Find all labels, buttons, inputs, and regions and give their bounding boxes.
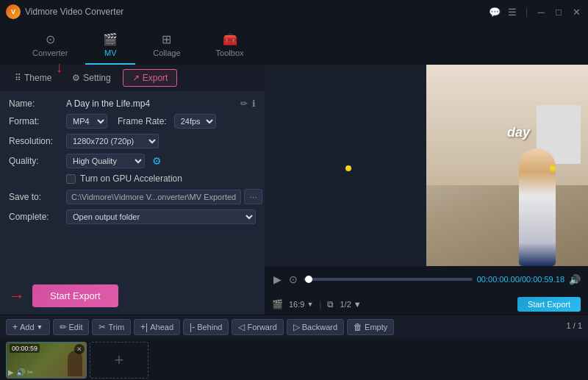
video-icon: 🎬: [272, 299, 283, 309]
resolution-row: Resolution: 1280x720 (720p) 1920x1080 (1…: [9, 134, 256, 148]
timeline-clips: 00:00:59 ✕ ▶ 🔊 ✂ +: [0, 339, 588, 380]
format-label: Format:: [9, 116, 62, 126]
gpu-label: Turn on GPU Acceleration: [80, 173, 182, 184]
resolution-select[interactable]: 1280x720 (720p) 1920x1080 (1080p) 3840x2…: [66, 134, 159, 148]
save-path-value: C:\Vidmore\Vidmore V...onverter\MV Expor…: [66, 190, 241, 204]
clip-scissors-icon[interactable]: ✂: [27, 368, 33, 376]
collage-icon: ⊞: [162, 32, 171, 46]
ratio-label: 16:9: [289, 300, 304, 309]
theme-grid-icon: ⠿: [15, 73, 21, 83]
clip-timestamp: 00:00:59: [10, 344, 40, 353]
quality-label: Quality:: [9, 156, 62, 166]
start-export-small-button[interactable]: Start Export: [517, 297, 581, 312]
video-clip-item[interactable]: 00:00:59 ✕ ▶ 🔊 ✂: [6, 342, 87, 379]
gpu-checkbox[interactable]: [66, 174, 76, 184]
main-content: ⠿ Theme ⚙ Setting ↗ Export ↓ Name: A Day…: [0, 65, 588, 315]
mv-icon: 🎬: [103, 32, 118, 46]
info-icon[interactable]: ℹ: [252, 98, 256, 109]
quality-select[interactable]: High Quality Medium Quality Low Quality: [66, 154, 145, 168]
copy-icon: ⧉: [327, 299, 334, 309]
play-button[interactable]: ▶: [272, 272, 283, 287]
yellow-dot-right: [550, 165, 556, 171]
add-chevron-icon: ▼: [37, 323, 43, 331]
setting-tab[interactable]: ⚙ Setting: [63, 70, 119, 86]
clip-close-button[interactable]: ✕: [74, 344, 85, 354]
video-preview: day: [265, 65, 588, 266]
page-number: 1 / 1: [567, 321, 582, 330]
save-path-container: C:\Vidmore\Vidmore V...onverter\MV Expor…: [66, 189, 278, 204]
progress-dot: [305, 276, 312, 283]
forward-icon: ◁: [238, 322, 245, 332]
add-clip-button[interactable]: +: [90, 342, 148, 379]
name-row: Name: A Day in the Life.mp4 ✏ ℹ: [9, 98, 256, 109]
clip-audio-icon[interactable]: 🔊: [16, 368, 25, 376]
name-label: Name:: [9, 98, 62, 109]
progress-bar[interactable]: [304, 278, 473, 281]
quality-settings-icon[interactable]: ⚙: [152, 155, 162, 167]
ahead-button[interactable]: +| Ahead: [134, 319, 180, 335]
tab-toolbox[interactable]: 🧰 Toolbox: [198, 26, 262, 65]
add-plus-icon: +: [12, 322, 18, 332]
theme-tab[interactable]: ⠿ Theme: [6, 70, 60, 86]
trim-scissors-icon: ✂: [98, 322, 106, 332]
complete-row: Complete: Open output folder Do nothing …: [9, 209, 256, 224]
backward-button[interactable]: ▷ Backward: [287, 319, 344, 335]
clip-controls: ▶ 🔊 ✂: [8, 368, 33, 376]
format-select[interactable]: MP4 MKV AVI MOV: [66, 114, 107, 129]
volume-icon[interactable]: 🔊: [569, 274, 581, 285]
chat-button[interactable]: 💬: [489, 6, 501, 18]
video-thumbnail: day: [426, 65, 588, 266]
video-controls-bar: ▶ ⊙ 00:00:00.00/00:00:59.18 🔊: [265, 266, 588, 293]
export-tab[interactable]: ↗ Export: [123, 69, 178, 87]
edit-button[interactable]: ✏ Edit: [53, 319, 90, 335]
right-arrow-indicator: →: [9, 287, 25, 306]
forward-button[interactable]: ◁ Forward: [232, 319, 283, 335]
trim-button[interactable]: ✂ Trim: [92, 319, 131, 335]
tab-converter[interactable]: ⊙ Converter: [15, 26, 85, 65]
ahead-icon: +|: [140, 322, 148, 332]
timeline-toolbar: + Add ▼ ✏ Edit ✂ Trim +| Ahead |- Behind…: [0, 315, 588, 339]
format-row: Format: MP4 MKV AVI MOV Frame Rate: 24fp…: [9, 114, 256, 129]
fraction-selector[interactable]: 1/2 ▼: [340, 300, 361, 309]
behind-button[interactable]: |- Behind: [183, 319, 229, 335]
complete-label: Complete:: [9, 212, 62, 222]
close-button[interactable]: ✕: [570, 6, 582, 18]
right-panel: day ▶ ⊙ 00:00:00.00/00:00:59.18 🔊 🎬 16:9…: [265, 65, 588, 315]
frame-rate-select[interactable]: 24fps 30fps 60fps: [174, 114, 216, 129]
app-title: Vidmore Video Converter: [25, 7, 484, 17]
minimize-button[interactable]: ─: [535, 6, 547, 18]
export-arrow-icon: ↗: [132, 73, 140, 83]
separator: |: [319, 299, 321, 309]
app-logo: V: [6, 4, 21, 19]
settings-form: Name: A Day in the Life.mp4 ✏ ℹ Format: …: [0, 91, 265, 280]
yellow-dot-left: [345, 165, 351, 171]
edit-pencil-icon: ✏: [60, 322, 67, 332]
backward-icon: ▷: [293, 322, 300, 332]
video-overlay-text: day: [507, 125, 530, 140]
empty-button[interactable]: 🗑 Empty: [347, 319, 394, 335]
window-controls: 💬 ☰ | ─ □ ✕: [489, 6, 582, 18]
tab-mv[interactable]: 🎬 MV: [85, 26, 135, 65]
toolbox-icon: 🧰: [223, 32, 237, 46]
start-export-button[interactable]: Start Export: [32, 284, 118, 307]
menu-button[interactable]: ☰: [506, 6, 518, 18]
video-left-panel: [265, 65, 426, 266]
save-to-label: Save to:: [9, 192, 62, 202]
maximize-button[interactable]: □: [553, 6, 564, 18]
ratio-selector[interactable]: 16:9 ▼: [289, 300, 313, 309]
clip-play-icon[interactable]: ▶: [8, 368, 14, 376]
tab-collage[interactable]: ⊞ Collage: [135, 26, 198, 65]
save-to-row: Save to: C:\Vidmore\Vidmore V...onverter…: [9, 189, 256, 204]
add-button[interactable]: + Add ▼: [6, 319, 50, 335]
browse-dots-button[interactable]: ···: [244, 189, 262, 204]
quality-row: Quality: High Quality Medium Quality Low…: [9, 154, 256, 168]
edit-name-icon[interactable]: ✏: [240, 98, 248, 109]
complete-select[interactable]: Open output folder Do nothing Shutdown: [66, 209, 256, 224]
behind-icon: |-: [190, 322, 195, 332]
fraction-label: 1/2: [340, 300, 351, 309]
video-controls-bar-2: 🎬 16:9 ▼ | ⧉ 1/2 ▼ Start Export: [265, 293, 588, 315]
trash-icon: 🗑: [354, 322, 362, 332]
nav-tabs: ⊙ Converter 🎬 MV ⊞ Collage 🧰 Toolbox: [0, 24, 588, 65]
frame-rate-row: Frame Rate: 24fps 30fps 60fps: [118, 114, 216, 129]
stop-button[interactable]: ⊙: [287, 272, 299, 287]
